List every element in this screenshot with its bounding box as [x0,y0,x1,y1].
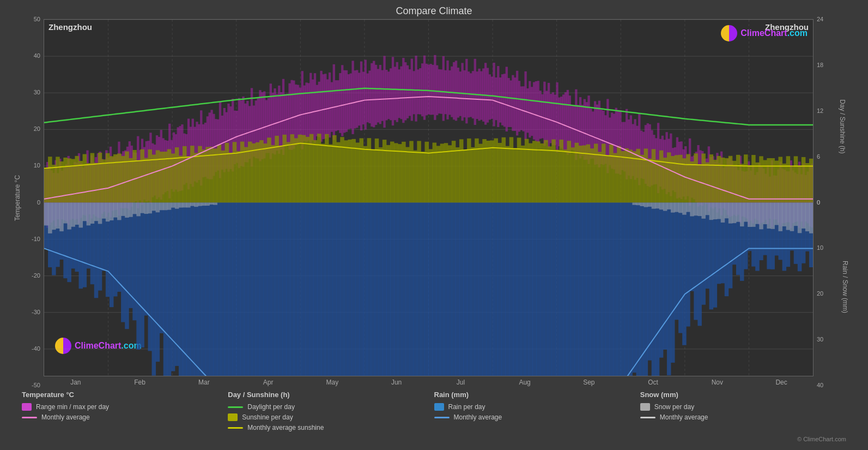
svg-rect-397 [83,154,87,203]
svg-rect-742 [640,203,645,376]
svg-rect-827 [198,203,202,206]
legend-line-temp-avg [22,417,37,418]
svg-rect-236 [495,77,497,120]
svg-rect-868 [770,203,775,229]
svg-rect-800 [94,203,99,221]
svg-rect-584 [802,157,806,203]
x-label-feb: Feb [108,376,172,386]
svg-rect-197 [413,71,415,114]
svg-rect-243 [509,81,512,127]
svg-rect-794 [71,203,75,227]
svg-rect-790 [56,203,60,229]
svg-rect-714 [532,203,537,376]
svg-rect-679 [398,203,402,376]
svg-rect-647 [275,203,279,376]
svg-rect-642 [256,203,260,376]
y-axis-right: Day / Sunshine (h) Rain / Snow (mm) 2418… [814,19,857,376]
svg-rect-720 [555,203,560,376]
svg-rect-848 [694,203,698,216]
svg-rect-632 [217,203,221,376]
svg-rect-157 [329,73,331,137]
svg-rect-666 [348,203,352,376]
svg-rect-713 [529,203,533,376]
svg-rect-837 [652,203,656,209]
svg-rect-454 [302,135,306,203]
svg-rect-513 [529,143,533,203]
svg-rect-611 [136,203,141,350]
svg-rect-536 [617,146,621,203]
svg-rect-241 [506,67,508,131]
svg-rect-424 [186,157,191,203]
svg-rect-578 [779,157,783,202]
svg-rect-858 [732,203,737,224]
svg-rect-242 [507,78,509,127]
svg-rect-795 [75,203,79,225]
svg-rect-751 [675,203,679,320]
svg-rect-183 [383,56,385,128]
svg-rect-402 [102,159,106,202]
page-title: Compare Climate [11,5,857,17]
svg-rect-398 [87,163,91,202]
svg-rect-496 [463,149,468,202]
svg-rect-803 [106,203,110,222]
legend-col-sunshine: Day / Sunshine (h) Daylight per day Suns… [228,391,434,431]
svg-rect-432 [217,145,221,203]
svg-rect-819 [167,203,172,210]
svg-rect-640 [248,203,252,376]
svg-rect-829 [205,203,210,206]
svg-rect-641 [252,203,256,376]
svg-rect-805 [113,203,118,218]
legend-item-temp-avg: Monthly average [22,413,228,421]
svg-rect-231 [484,63,487,124]
svg-rect-691 [444,203,448,376]
svg-rect-660 [325,203,329,376]
legend-line-snow-avg [640,417,655,418]
y-left-tick--50: -50 [32,382,40,388]
svg-rect-576 [770,158,775,203]
svg-rect-489 [436,146,441,202]
svg-rect-661 [329,203,333,376]
svg-rect-807 [121,203,125,216]
svg-rect-809 [129,203,133,217]
svg-rect-255 [535,81,537,141]
legend-line-daylight [228,406,243,408]
svg-rect-676 [386,203,391,376]
svg-rect-498 [471,147,475,203]
svg-rect-239 [501,74,503,125]
svg-rect-563 [721,158,725,203]
svg-rect-155 [324,74,326,139]
svg-rect-181 [379,65,381,124]
svg-rect-733 [605,203,610,376]
svg-rect-190 [398,69,400,118]
svg-rect-564 [725,158,729,203]
x-label-mar: Mar [172,376,236,386]
svg-rect-625 [190,203,195,376]
svg-rect-263 [552,92,554,145]
svg-rect-408 [125,152,129,203]
svg-rect-838 [655,203,660,209]
svg-rect-839 [659,203,664,210]
legend-swatch-temp-range [22,403,32,411]
legend-label-daylight: Daylight per day [247,403,295,411]
svg-rect-693 [452,203,456,376]
svg-rect-184 [385,70,387,121]
svg-rect-425 [190,146,195,202]
svg-rect-746 [655,203,660,376]
svg-rect-447 [275,136,279,203]
svg-rect-520 [555,149,560,202]
svg-rect-874 [794,203,798,226]
svg-rect-562 [717,156,721,203]
legend-swatch-rain [434,403,444,411]
svg-rect-646 [271,203,275,376]
svg-rect-169 [354,70,356,128]
y-right-top-label: Day / Sunshine (h) [838,99,846,153]
svg-rect-698 [471,203,475,376]
svg-rect-845 [682,203,687,215]
svg-rect-673 [375,203,379,376]
svg-rect-515 [536,141,541,202]
svg-rect-804 [110,203,114,221]
svg-rect-534 [609,145,614,203]
svg-rect-721 [559,203,563,376]
svg-rect-664 [340,203,344,376]
svg-rect-699 [475,203,479,376]
